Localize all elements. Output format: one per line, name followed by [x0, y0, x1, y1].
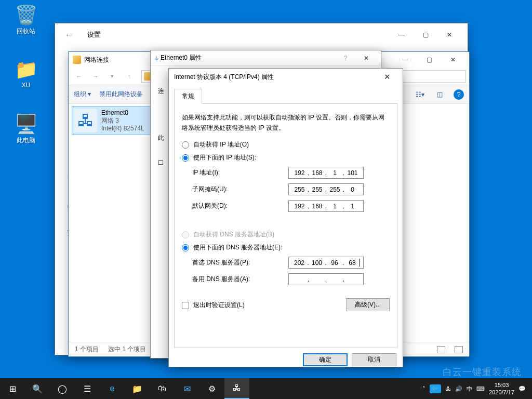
radio-auto-dns: 自动获得 DNS 服务器地址(B): [182, 230, 390, 239]
status-item-count: 1 个项目: [75, 345, 99, 354]
tab-panel-general: 如果网络支持此功能，则可以获取自动指派的 IP 设置。否则，你需要从网络系统管理…: [174, 104, 397, 348]
ipv4-title: Internet 协议版本 4 (TCP/IPv4) 属性: [174, 73, 274, 82]
ethprops-titlebar: ⏚ Ethernet0 属性 ? ✕: [151, 50, 381, 66]
radio-auto-ip[interactable]: 自动获得 IP 地址(O): [182, 140, 390, 149]
ipv4-titlebar: Internet 协议版本 4 (TCP/IPv4) 属性 ✕: [169, 69, 403, 85]
preview-pane-button[interactable]: ◫: [434, 89, 445, 100]
label-alternate-dns: 备用 DNS 服务器(A):: [192, 275, 288, 284]
radio-static-dns-input[interactable]: [182, 244, 189, 251]
edge-icon[interactable]: e: [100, 378, 125, 399]
radio-static-dns-label: 使用下面的 DNS 服务器地址(E):: [193, 243, 282, 252]
radio-static-ip-input[interactable]: [182, 154, 189, 162]
network-connections-icon: [73, 56, 81, 64]
desktop-icon-this-pc[interactable]: 🖥️ 此电脑: [7, 113, 45, 145]
status-selection: 选中 1 个项目: [108, 345, 146, 354]
tray-keyboard-icon[interactable]: ⌨: [476, 385, 485, 392]
view-icons-icon[interactable]: [455, 346, 463, 353]
settings-icon[interactable]: ⚙: [200, 378, 224, 399]
close-button[interactable]: ✕: [377, 71, 397, 83]
tray-date: 2020/7/17: [489, 389, 514, 396]
explorer-icon[interactable]: 📁: [125, 378, 150, 399]
ethernet-adapter-icon: 🖧: [74, 109, 97, 132]
advanced-button[interactable]: 高级(V)...: [346, 298, 390, 311]
organize-menu[interactable]: 组织 ▾: [74, 90, 91, 99]
ipv4-properties-dialog: Internet 协议版本 4 (TCP/IPv4) 属性 ✕ 常规 如果网络支…: [168, 68, 403, 367]
taskview-button[interactable]: ☰: [75, 378, 100, 399]
radio-auto-dns-input: [182, 231, 189, 238]
taskbar: ⊞ 🔍 ◯ ☰ e 📁 🛍 ✉ ⚙ 🖧 ˄ 🐦 🖧 🔊 中 ⌨ 15:03 20…: [0, 378, 532, 399]
validate-on-exit-input[interactable]: [182, 302, 189, 309]
start-button[interactable]: ⊞: [0, 378, 25, 399]
label-preferred-dns: 首选 DNS 服务器(P):: [192, 258, 288, 267]
cancel-button[interactable]: 取消: [352, 353, 396, 366]
tray-ime-indicator[interactable]: 中: [467, 385, 472, 393]
netconn-title: 网络连接: [84, 56, 109, 64]
system-tray: ˄ 🐦 🖧 🔊 中 ⌨ 15:03 2020/7/17 💬: [422, 378, 532, 399]
tab-general[interactable]: 常规: [174, 89, 202, 104]
settings-title: 设置: [87, 30, 101, 39]
close-button[interactable]: ✕: [356, 52, 377, 64]
minimize-button[interactable]: —: [390, 27, 414, 43]
search-button[interactable]: 🔍: [25, 378, 50, 399]
radio-auto-ip-input[interactable]: [182, 141, 189, 149]
close-button[interactable]: ✕: [441, 54, 465, 65]
back-button[interactable]: ←: [61, 27, 77, 43]
tray-chevron-up-icon[interactable]: ˄: [422, 385, 425, 392]
view-details-icon[interactable]: [437, 346, 445, 353]
ethernet-icon: ⏚: [155, 55, 158, 62]
tray-time: 15:03: [489, 381, 514, 389]
maximize-button[interactable]: ▢: [414, 27, 437, 43]
disable-device-button[interactable]: 禁用此网络设备: [99, 90, 143, 99]
adapter-device: Intel(R) 82574L: [101, 125, 144, 132]
nav-forward-button[interactable]: →: [88, 70, 103, 83]
text-caret: [360, 259, 360, 267]
desktop-icon-label: XU: [22, 82, 31, 89]
store-icon[interactable]: 🛍: [150, 378, 175, 399]
tray-notifications-icon[interactable]: 💬: [518, 385, 526, 392]
help-icon[interactable]: ?: [454, 89, 464, 100]
tray-volume-icon[interactable]: 🔊: [455, 385, 462, 392]
radio-static-ip-label: 使用下面的 IP 地址(S):: [193, 153, 256, 162]
watermark-text: 白云一键重装系统: [443, 366, 522, 378]
desktop-icon-recycle-bin[interactable]: 🗑️ 回收站: [7, 4, 45, 36]
ok-button[interactable]: 确定: [303, 353, 348, 366]
ethprops-title: Ethernet0 属性: [161, 54, 202, 62]
help-button[interactable]: ?: [335, 52, 356, 64]
alternate-dns-input[interactable]: . . .: [288, 273, 364, 285]
radio-static-dns[interactable]: 使用下面的 DNS 服务器地址(E):: [182, 243, 390, 252]
tray-twitter-icon[interactable]: 🐦: [430, 384, 441, 393]
settings-titlebar: ← 设置 — ▢ ✕: [55, 23, 468, 46]
label-gateway: 默认网关(D):: [192, 202, 288, 210]
preferred-dns-input[interactable]: 202. 100. 96. 68: [288, 257, 364, 269]
validate-on-exit-label: 退出时验证设置(L): [193, 301, 245, 310]
ip-address-input[interactable]: 192. 168. 1. 101: [288, 167, 364, 179]
network-connections-taskbar-icon[interactable]: 🖧: [224, 378, 249, 399]
folder-icon: 📁: [15, 59, 37, 81]
tray-clock[interactable]: 15:03 2020/7/17: [489, 381, 514, 396]
tab-strip: 常规: [174, 88, 397, 104]
cortana-button[interactable]: ◯: [50, 378, 75, 399]
label-ip: IP 地址(I):: [192, 168, 288, 177]
radio-static-ip[interactable]: 使用下面的 IP 地址(S):: [182, 153, 390, 162]
computer-icon: 🖥️: [15, 113, 37, 135]
minimize-button[interactable]: —: [393, 54, 417, 65]
desktop-icon-user-folder[interactable]: 📁 XU: [7, 59, 45, 89]
nav-back-button[interactable]: ←: [72, 70, 86, 83]
desktop-icon-label: 回收站: [17, 28, 35, 35]
view-options-button[interactable]: ☷▾: [414, 89, 425, 100]
radio-auto-ip-label: 自动获得 IP 地址(O): [193, 140, 249, 149]
close-button[interactable]: ✕: [437, 27, 461, 43]
recycle-bin-icon: 🗑️: [15, 4, 37, 26]
desktop-icon-label: 此电脑: [17, 137, 35, 144]
radio-auto-dns-label: 自动获得 DNS 服务器地址(B): [193, 230, 274, 239]
ipv4-description: 如果网络支持此功能，则可以获取自动指派的 IP 设置。否则，你需要从网络系统管理…: [182, 112, 390, 133]
gateway-input[interactable]: 192. 168. 1. 1: [288, 200, 364, 212]
maximize-button[interactable]: ▢: [417, 54, 441, 65]
nav-history-button[interactable]: ▾: [105, 70, 119, 83]
tray-network-icon[interactable]: 🖧: [445, 385, 451, 392]
adapter-name: Ethernet0: [101, 109, 144, 117]
nav-up-button[interactable]: ↑: [122, 70, 136, 83]
subnet-mask-input[interactable]: 255. 255. 255. 0: [288, 183, 364, 195]
adapter-network: 网络 3: [101, 117, 144, 125]
mail-icon[interactable]: ✉: [175, 378, 200, 399]
